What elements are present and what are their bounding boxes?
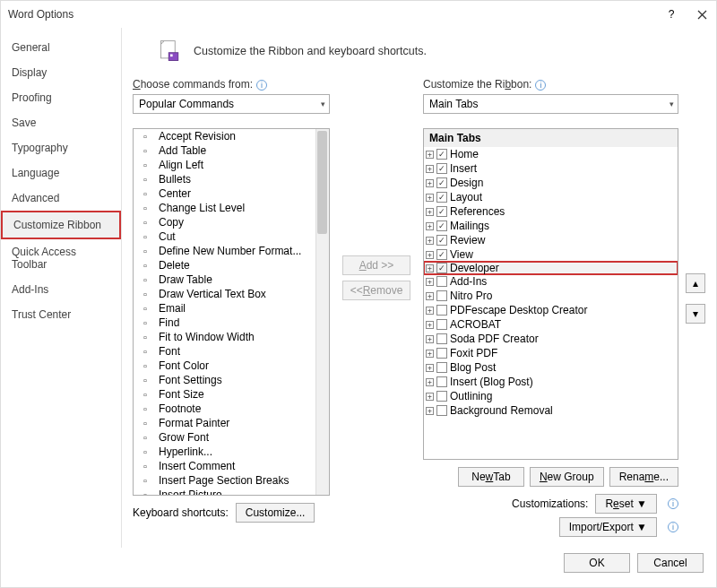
expand-icon[interactable]: + <box>426 208 434 216</box>
expand-icon[interactable]: + <box>426 165 434 173</box>
close-button[interactable] <box>695 7 709 22</box>
expand-icon[interactable]: + <box>426 335 434 343</box>
nav-item-customize-ribbon[interactable]: Customize Ribbon <box>1 211 121 239</box>
tree-item-insert[interactable]: +✓Insert <box>424 161 678 176</box>
nav-item-save[interactable]: Save <box>1 110 121 135</box>
command-item[interactable]: ▫Email <box>134 301 329 316</box>
add-button[interactable]: Add >> <box>342 255 410 275</box>
nav-item-typography[interactable]: Typography <box>1 135 121 160</box>
checkbox[interactable]: ✓ <box>436 149 447 160</box>
commands-listbox[interactable]: ▫Accept Revision▫Add Table▸▫Align Left▫B… <box>133 128 330 496</box>
customize-shortcuts-button[interactable]: Customize... <box>236 503 315 523</box>
command-item[interactable]: ▫Change List Level▸ <box>134 201 329 215</box>
tree-item-nitro-pro[interactable]: +Nitro Pro <box>424 289 678 303</box>
move-up-button[interactable]: ▴ <box>686 273 705 293</box>
tree-item-view[interactable]: +✓View <box>424 247 678 262</box>
rename-button[interactable]: Rename... <box>609 467 678 487</box>
checkbox[interactable]: ✓ <box>436 263 447 273</box>
checkbox[interactable] <box>436 362 447 373</box>
tree-item-add-ins[interactable]: +Add-Ins <box>424 274 678 289</box>
expand-icon[interactable]: + <box>426 251 434 259</box>
expand-icon[interactable]: + <box>426 393 434 401</box>
expand-icon[interactable]: + <box>426 264 434 272</box>
command-item[interactable]: ▫Hyperlink... <box>134 445 329 459</box>
command-item[interactable]: ▫Insert Page Section Breaks <box>134 473 329 488</box>
expand-icon[interactable]: + <box>426 237 434 245</box>
command-item[interactable]: ▫Delete <box>134 258 329 272</box>
checkbox[interactable] <box>436 405 447 416</box>
tree-item-acrobat[interactable]: +ACROBAT <box>424 317 678 332</box>
command-item[interactable]: ▫Font SizeI▾ <box>134 387 329 402</box>
help-icon[interactable]: i <box>535 80 546 91</box>
tree-item-mailings[interactable]: +✓Mailings <box>424 219 678 233</box>
expand-icon[interactable]: + <box>426 222 434 230</box>
checkbox[interactable]: ✓ <box>436 249 447 260</box>
command-item[interactable]: ▫Footnote <box>134 402 329 416</box>
checkbox[interactable] <box>436 276 447 287</box>
expand-icon[interactable]: + <box>426 350 434 358</box>
command-item[interactable]: ▫Find <box>134 316 329 330</box>
nav-item-quick-access-toolbar[interactable]: Quick Access Toolbar <box>1 239 121 277</box>
nav-item-trust-center[interactable]: Trust Center <box>1 302 121 327</box>
cancel-button[interactable]: Cancel <box>637 553 704 573</box>
expand-icon[interactable]: + <box>426 179 434 187</box>
command-item[interactable]: ▫Fit to Window Width <box>134 330 329 344</box>
new-group-button[interactable]: New Group <box>530 467 604 487</box>
nav-item-general[interactable]: General <box>1 35 121 60</box>
nav-item-advanced[interactable]: Advanced <box>1 186 121 211</box>
checkbox[interactable]: ✓ <box>436 235 447 246</box>
command-item[interactable]: ▫Accept Revision <box>134 129 329 143</box>
command-item[interactable]: ▫Define New Number Format... <box>134 244 329 258</box>
command-item[interactable]: ▫Cut <box>134 229 329 244</box>
expand-icon[interactable]: + <box>426 407 434 415</box>
new-tab-button[interactable]: New Tab <box>458 467 524 487</box>
tree-item-background-removal[interactable]: +Background Removal <box>424 403 678 418</box>
command-item[interactable]: ▫Add Table▸ <box>134 143 329 158</box>
ok-button[interactable]: OK <box>564 553 630 573</box>
command-item[interactable]: ▫Draw Table <box>134 272 329 287</box>
command-item[interactable]: ▫Format Painter <box>134 416 329 430</box>
checkbox[interactable] <box>436 305 447 316</box>
expand-icon[interactable]: + <box>426 321 434 329</box>
checkbox[interactable]: ✓ <box>436 163 447 174</box>
checkbox[interactable] <box>436 319 447 330</box>
command-item[interactable]: ▫Center <box>134 186 329 201</box>
customize-ribbon-dropdown[interactable]: Main Tabs ▾ <box>423 94 678 114</box>
help-icon[interactable]: i <box>256 80 267 91</box>
remove-button[interactable]: << Remove <box>342 281 410 300</box>
tree-item-soda-pdf-creator[interactable]: +Soda PDF Creator <box>424 332 678 346</box>
tree-item-insert-blog-post-[interactable]: +Insert (Blog Post) <box>424 375 678 389</box>
expand-icon[interactable]: + <box>426 292 434 300</box>
command-item[interactable]: ▫Font Settings <box>134 373 329 387</box>
move-down-button[interactable]: ▾ <box>686 304 705 324</box>
help-icon[interactable]: i <box>668 498 678 509</box>
expand-icon[interactable]: + <box>426 194 434 202</box>
tree-item-review[interactable]: +✓Review <box>424 233 678 247</box>
ribbon-tree[interactable]: Main Tabs +✓Home+✓Insert+✓Design+✓Layout… <box>423 128 678 460</box>
checkbox[interactable] <box>436 348 447 359</box>
command-item[interactable]: ▫Grow Font <box>134 430 329 445</box>
command-item[interactable]: ▫FontI▾ <box>134 344 329 359</box>
tree-item-outlining[interactable]: +Outlining <box>424 389 678 403</box>
checkbox[interactable] <box>436 333 447 344</box>
expand-icon[interactable]: + <box>426 307 434 315</box>
command-item[interactable]: ▫Copy <box>134 215 329 229</box>
checkbox[interactable]: ✓ <box>436 177 447 188</box>
command-item[interactable]: ▫Draw Vertical Text Box <box>134 287 329 301</box>
checkbox[interactable] <box>436 391 447 402</box>
nav-item-display[interactable]: Display <box>1 60 121 85</box>
import-export-button[interactable]: Import/Export ▼ <box>559 517 657 537</box>
scrollbar[interactable] <box>315 129 329 495</box>
help-icon[interactable]: i <box>668 522 678 532</box>
checkbox[interactable] <box>436 376 447 387</box>
tree-item-layout[interactable]: +✓Layout <box>424 190 678 204</box>
command-item[interactable]: ▫Insert Comment <box>134 459 329 473</box>
expand-icon[interactable]: + <box>426 364 434 372</box>
command-item[interactable]: ▫Insert Picture <box>134 488 329 495</box>
checkbox[interactable]: ✓ <box>436 206 447 217</box>
tree-item-design[interactable]: +✓Design <box>424 176 678 190</box>
tree-item-developer[interactable]: +✓Developer <box>423 261 678 275</box>
expand-icon[interactable]: + <box>426 278 434 286</box>
reset-button[interactable]: Reset ▼ <box>595 494 657 514</box>
checkbox[interactable]: ✓ <box>436 192 447 203</box>
